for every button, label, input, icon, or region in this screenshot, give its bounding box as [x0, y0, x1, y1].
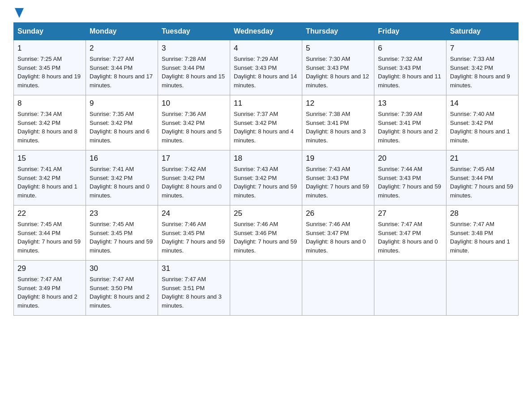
calendar-cell: 6 Sunrise: 7:32 AM Sunset: 3:43 PM Dayli…: [374, 40, 446, 95]
sunset-label: Sunset: 3:49 PM: [17, 285, 60, 291]
sunset-label: Sunset: 3:42 PM: [162, 120, 205, 126]
sunset-label: Sunset: 3:51 PM: [162, 285, 205, 291]
col-sunday: Sunday: [14, 23, 86, 40]
sunset-label: Sunset: 3:41 PM: [306, 120, 349, 126]
day-number: 15: [17, 154, 82, 163]
sunset-label: Sunset: 3:45 PM: [17, 64, 60, 71]
daylight-label: Daylight: 8 hours and 6 minutes.: [90, 128, 150, 144]
day-number: 26: [306, 209, 370, 218]
sunset-label: Sunset: 3:42 PM: [90, 175, 133, 181]
sunrise-label: Sunrise: 7:25 AM: [17, 56, 62, 62]
day-number: 27: [378, 209, 442, 218]
day-info: Sunrise: 7:43 AM Sunset: 3:43 PM Dayligh…: [306, 165, 370, 200]
day-number: 10: [162, 99, 226, 108]
day-number: 18: [234, 154, 298, 163]
day-info: Sunrise: 7:29 AM Sunset: 3:43 PM Dayligh…: [234, 55, 298, 90]
daylight-label: Daylight: 8 hours and 17 minutes.: [90, 73, 153, 89]
sunset-label: Sunset: 3:50 PM: [90, 285, 133, 291]
day-number: 2: [90, 44, 154, 53]
sunrise-label: Sunrise: 7:36 AM: [162, 111, 206, 117]
sunset-label: Sunset: 3:42 PM: [162, 175, 205, 181]
day-number: 8: [17, 99, 82, 108]
sunset-label: Sunset: 3:42 PM: [234, 175, 277, 181]
sunrise-label: Sunrise: 7:28 AM: [162, 56, 206, 62]
sunrise-label: Sunrise: 7:47 AM: [17, 276, 62, 283]
sunset-label: Sunset: 3:47 PM: [378, 230, 421, 236]
sunrise-label: Sunrise: 7:33 AM: [450, 56, 494, 62]
calendar-cell: 30 Sunrise: 7:47 AM Sunset: 3:50 PM Dayl…: [86, 261, 158, 316]
day-number: 6: [378, 44, 442, 53]
day-number: 28: [450, 209, 515, 218]
day-info: Sunrise: 7:46 AM Sunset: 3:46 PM Dayligh…: [234, 220, 298, 255]
sunrise-label: Sunrise: 7:43 AM: [234, 166, 278, 172]
calendar-cell: 10 Sunrise: 7:36 AM Sunset: 3:42 PM Dayl…: [158, 95, 230, 150]
day-info: Sunrise: 7:27 AM Sunset: 3:44 PM Dayligh…: [90, 55, 154, 90]
calendar-cell: 8 Sunrise: 7:34 AM Sunset: 3:42 PM Dayli…: [14, 95, 86, 150]
daylight-label: Daylight: 7 hours and 59 minutes.: [90, 238, 153, 254]
col-monday: Monday: [86, 23, 158, 40]
sunrise-label: Sunrise: 7:40 AM: [450, 111, 494, 117]
day-info: Sunrise: 7:47 AM Sunset: 3:48 PM Dayligh…: [450, 220, 515, 255]
sunrise-label: Sunrise: 7:42 AM: [162, 166, 206, 172]
calendar-cell: 26 Sunrise: 7:46 AM Sunset: 3:47 PM Dayl…: [302, 206, 374, 261]
day-info: Sunrise: 7:38 AM Sunset: 3:41 PM Dayligh…: [306, 110, 370, 145]
day-info: Sunrise: 7:44 AM Sunset: 3:43 PM Dayligh…: [378, 165, 442, 200]
day-info: Sunrise: 7:47 AM Sunset: 3:49 PM Dayligh…: [17, 275, 82, 310]
sunrise-label: Sunrise: 7:39 AM: [378, 111, 422, 117]
calendar-cell: 18 Sunrise: 7:43 AM Sunset: 3:42 PM Dayl…: [230, 150, 302, 206]
calendar-week-row: 29 Sunrise: 7:47 AM Sunset: 3:49 PM Dayl…: [14, 261, 519, 316]
daylight-label: Daylight: 8 hours and 2 minutes.: [90, 293, 150, 309]
day-number: 9: [90, 99, 154, 108]
daylight-label: Daylight: 8 hours and 8 minutes.: [17, 128, 77, 144]
calendar-week-row: 8 Sunrise: 7:34 AM Sunset: 3:42 PM Dayli…: [14, 95, 519, 150]
sunrise-label: Sunrise: 7:41 AM: [17, 166, 62, 172]
day-info: Sunrise: 7:46 AM Sunset: 3:45 PM Dayligh…: [162, 220, 226, 255]
day-info: Sunrise: 7:34 AM Sunset: 3:42 PM Dayligh…: [17, 110, 82, 145]
daylight-label: Daylight: 8 hours and 19 minutes.: [17, 73, 81, 89]
day-number: 30: [90, 264, 154, 273]
calendar-cell: 29 Sunrise: 7:47 AM Sunset: 3:49 PM Dayl…: [14, 261, 86, 316]
day-number: 25: [234, 209, 298, 218]
col-wednesday: Wednesday: [230, 23, 302, 40]
day-number: 19: [306, 154, 370, 163]
day-number: 22: [17, 209, 82, 218]
day-info: Sunrise: 7:45 AM Sunset: 3:44 PM Dayligh…: [17, 220, 82, 255]
sunset-label: Sunset: 3:44 PM: [17, 230, 60, 236]
daylight-label: Daylight: 8 hours and 12 minutes.: [306, 73, 369, 89]
daylight-label: Daylight: 8 hours and 0 minutes.: [378, 238, 438, 254]
day-number: 21: [450, 154, 515, 163]
calendar-cell: 23 Sunrise: 7:45 AM Sunset: 3:45 PM Dayl…: [86, 206, 158, 261]
calendar-cell: 13 Sunrise: 7:39 AM Sunset: 3:41 PM Dayl…: [374, 95, 446, 150]
sunset-label: Sunset: 3:44 PM: [162, 64, 205, 71]
sunrise-label: Sunrise: 7:47 AM: [378, 221, 422, 227]
sunset-label: Sunset: 3:47 PM: [306, 230, 349, 236]
sunset-label: Sunset: 3:44 PM: [90, 64, 133, 71]
day-info: Sunrise: 7:47 AM Sunset: 3:47 PM Dayligh…: [378, 220, 442, 255]
day-info: Sunrise: 7:40 AM Sunset: 3:42 PM Dayligh…: [450, 110, 515, 145]
calendar-cell: 3 Sunrise: 7:28 AM Sunset: 3:44 PM Dayli…: [158, 40, 230, 95]
sunrise-label: Sunrise: 7:27 AM: [90, 56, 134, 62]
col-tuesday: Tuesday: [158, 23, 230, 40]
daylight-label: Daylight: 8 hours and 14 minutes.: [234, 73, 297, 89]
day-number: 17: [162, 154, 226, 163]
calendar-cell: 28 Sunrise: 7:47 AM Sunset: 3:48 PM Dayl…: [446, 206, 519, 261]
sunset-label: Sunset: 3:43 PM: [234, 64, 277, 71]
calendar-week-row: 22 Sunrise: 7:45 AM Sunset: 3:44 PM Dayl…: [14, 206, 519, 261]
daylight-label: Daylight: 8 hours and 0 minutes.: [162, 183, 222, 199]
daylight-label: Daylight: 8 hours and 4 minutes.: [234, 128, 294, 144]
sunset-label: Sunset: 3:42 PM: [90, 120, 133, 126]
day-info: Sunrise: 7:37 AM Sunset: 3:42 PM Dayligh…: [234, 110, 298, 145]
sunset-label: Sunset: 3:45 PM: [90, 230, 133, 236]
day-number: 5: [306, 44, 370, 53]
calendar-cell: 14 Sunrise: 7:40 AM Sunset: 3:42 PM Dayl…: [446, 95, 519, 150]
calendar-cell: 15 Sunrise: 7:41 AM Sunset: 3:42 PM Dayl…: [14, 150, 86, 206]
day-number: 3: [162, 44, 226, 53]
daylight-label: Daylight: 7 hours and 59 minutes.: [234, 183, 297, 199]
calendar-cell: 12 Sunrise: 7:38 AM Sunset: 3:41 PM Dayl…: [302, 95, 374, 150]
sunset-label: Sunset: 3:43 PM: [306, 64, 349, 71]
day-number: 13: [378, 99, 442, 108]
day-number: 11: [234, 99, 298, 108]
daylight-label: Daylight: 8 hours and 11 minutes.: [378, 73, 441, 89]
calendar-week-row: 1 Sunrise: 7:25 AM Sunset: 3:45 PM Dayli…: [14, 40, 519, 95]
sunset-label: Sunset: 3:42 PM: [234, 120, 277, 126]
